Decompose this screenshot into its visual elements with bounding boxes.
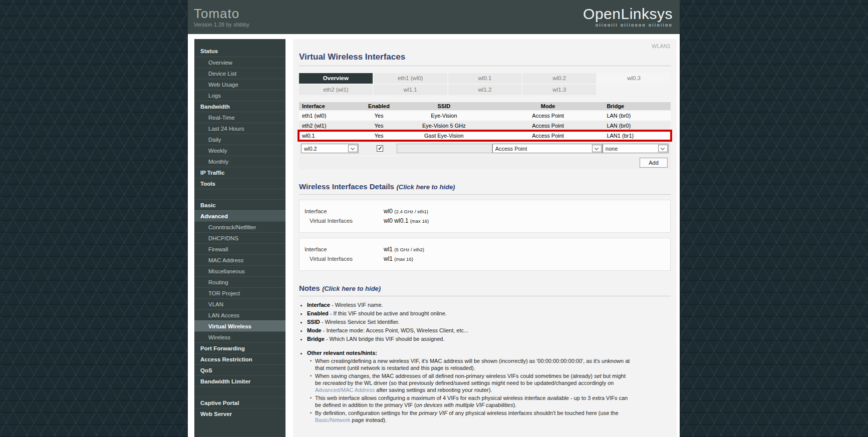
tab-wl1-3[interactable]: wl1.3 [522,85,596,95]
sidebar-item-real-time[interactable]: Real-Time [194,112,285,123]
table-cell: eth2 (wl1) [299,121,362,130]
sidebar-item-overview[interactable]: Overview [194,57,285,68]
table-cell: Yes [362,131,396,140]
sidebar-item-advanced[interactable]: Advanced [194,210,285,221]
table-cell: Access Point [492,121,604,130]
table-cell: LAN (br0) [604,121,671,130]
sidebar-item-last-24-hours[interactable]: Last 24 Hours [194,123,285,134]
sidebar-item-wireless[interactable]: Wireless [194,331,285,342]
interface-select[interactable]: wl0.2 [301,144,359,153]
note-link-advanced-mac-address[interactable]: Advanced/MAC Address [315,387,375,393]
add-row: Add [299,156,671,169]
tab-wl1-2[interactable]: wl1.2 [448,85,522,95]
vif-table: InterfaceEnabledSSIDModeBridge eth1 (wl0… [299,102,671,169]
sidebar-item-ip-traffic[interactable]: IP Traffic [194,167,285,178]
sidebar-item-vlan[interactable]: VLAN [194,298,285,309]
detail-value: wl0 wl0.1 (max 16) [384,216,429,226]
sidebar-item-logs[interactable]: Logs [194,90,285,101]
add-button[interactable]: Add [640,158,668,168]
detail-label: Virtual Interfaces [305,216,384,226]
bridge-select-value: none [603,146,658,152]
sidebar-item-port-forwarding[interactable]: Port Forwarding [194,342,285,353]
hints-title: Other relevant notes/hints: [307,350,377,356]
sidebar-item-mac-address[interactable]: MAC Address [194,254,285,265]
note-hint-1: When creating/defining a new wireless VI… [310,357,631,371]
note-text: on devices with multiple VIF capabilitie… [416,402,513,408]
sidebar-item-lan-access[interactable]: LAN Access [194,309,285,320]
bridge-select[interactable]: none [603,144,669,153]
column-header-interface: Interface [299,102,362,110]
sidebar-item-access-restriction[interactable]: Access Restriction [194,353,285,364]
detail-label: Virtual Interfaces [305,254,384,264]
interface-select-value: wl0.2 [302,146,348,152]
table-cell: Access Point [492,131,604,140]
sidebar-item-device-list[interactable]: Device List [194,68,285,79]
note-hint-3: This web interface allows configuring a … [310,394,631,408]
divider [299,66,671,66]
column-header-mode: Mode [492,102,604,110]
tab-wl0-1[interactable]: wl0.1 [448,73,522,84]
table-cell: LAN1 (br1) [604,131,671,140]
sidebar-item-status[interactable]: Status [194,46,285,57]
sidebar-item-routing[interactable]: Routing [194,276,285,287]
table-cell: Gast Eye-Vision [396,131,492,140]
table-cell: LAN (br0) [604,111,671,120]
brand-version: Version 1.28 by shibby [194,22,249,28]
logo-binary-text: oiiooiii oiiioooo oiioiioo [583,23,673,28]
note-text: When creating/defining a new wireless VI… [315,358,630,371]
logo-block: OpenLinksys oiiooiii oiiioooo oiioiioo [583,7,673,28]
details-boxes: Interfacewl0 (2.4 GHz / eth1)Virtual Int… [299,200,671,271]
note-link-basic-network[interactable]: Basic/Network [315,417,350,423]
sidebar-item-captive-portal[interactable]: Captive Portal [194,397,285,408]
note-text: primary VIF [419,410,447,416]
note-text: recreated [323,380,346,386]
ssid-input[interactable] [397,144,492,153]
body-row: StatusOverviewDevice ListWeb UsageLogsBa… [188,34,680,437]
divider [299,296,671,296]
details-section-head: Wireless Interfaces Details (Click here … [299,182,671,191]
sidebar-item-tools[interactable]: Tools [194,178,285,189]
note-text: ). [513,402,516,408]
sidebar-item-qos[interactable]: QoS [194,364,285,375]
sidebar-item-bandwidth[interactable]: Bandwidth [194,101,285,112]
sidebar-item-firewall[interactable]: Firewall [194,243,285,254]
notes-definition-list: Interface - Wireless VIF name.Enabled - … [307,301,671,342]
note-definition-interface: Interface - Wireless VIF name. [307,301,671,308]
detail-value: wl1 (5 GHz / eth2) [384,245,424,254]
sidebar-item-web-server[interactable]: Web Server [194,408,285,419]
sidebar-gap [194,189,285,199]
sidebar-menu: StatusOverviewDevice ListWeb UsageLogsBa… [194,46,285,419]
sidebar-item-monthly[interactable]: Monthly [194,156,285,167]
note-definition-bridge: Bridge - Which LAN bridge this VIF shoul… [307,335,671,342]
tab-wl0-3[interactable]: wl0.3 [597,73,671,84]
enabled-checkbox[interactable]: ✓ [377,145,383,152]
tab-eth1-wl0[interactable]: eth1 (wl0) [374,73,447,84]
details-toggle-link[interactable]: (Click here to hide) [396,183,455,191]
tab-empty-cell [597,85,671,95]
table-cell: eth1 (wl0) [299,111,362,120]
content-column: Tomato Version 1.28 by shibby OpenLinksy… [188,0,680,437]
note-text: When saving changes, the MAC addresses o… [315,373,594,379]
openlinksys-logo: OpenLinksys [583,7,673,22]
sidebar-item-bandwidth-limiter[interactable]: Bandwidth Limiter [194,375,285,386]
sidebar-item-tor-project[interactable]: TOR Project [194,287,285,298]
note-text: after saving settings and rebooting your… [375,387,492,393]
notes-hints-list: When creating/defining a new wireless VI… [310,357,671,423]
notes-toggle-link[interactable]: (Click here to hide) [322,285,381,292]
sidebar-item-basic[interactable]: Basic [194,199,285,210]
tab-wl0-2[interactable]: wl0.2 [522,73,596,84]
sidebar-item-web-usage[interactable]: Web Usage [194,79,285,90]
sidebar-item-conntrack-netfilter[interactable]: Conntrack/Netfilter [194,221,285,232]
tab-overview[interactable]: Overview [299,73,373,84]
vif-add-form: wl0.2 ✓ Access Point [299,142,671,155]
chevron-down-icon [658,145,668,152]
sidebar-item-virtual-wireless[interactable]: Virtual Wireless [194,320,285,331]
sidebar-item-miscellaneous[interactable]: Miscellaneous [194,265,285,276]
tab-wl1-1[interactable]: wl1.1 [374,85,447,95]
notes-body: Interface - Wireless VIF name.Enabled - … [299,301,671,423]
sidebar-item-weekly[interactable]: Weekly [194,145,285,156]
sidebar-item-dhcp-dns[interactable]: DHCP/DNS [194,232,285,243]
tab-eth2-wl1[interactable]: eth2 (wl1) [299,85,373,95]
mode-select[interactable]: Access Point [492,144,603,153]
sidebar-item-daily[interactable]: Daily [194,134,285,145]
